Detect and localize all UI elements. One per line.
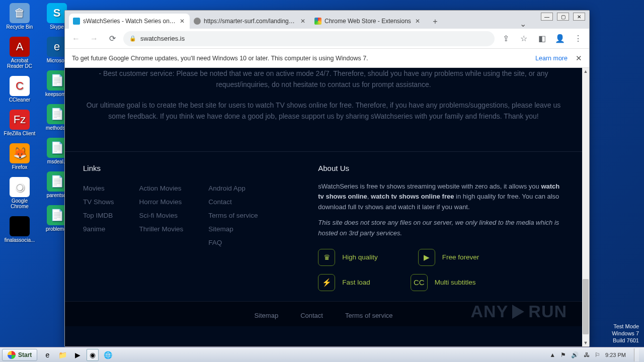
maximize-button[interactable]: ▢ (557, 13, 569, 21)
sidepanel-icon[interactable]: ◧ (535, 32, 549, 46)
feature-text: - Best customer service: Please be noted… (83, 68, 564, 90)
menu-icon[interactable]: ⋮ (571, 32, 585, 46)
forward-button[interactable]: → (87, 32, 101, 46)
sitemap-link[interactable]: Sitemap (254, 312, 278, 319)
mission-text: Our ultimate goal is to create the best … (83, 100, 564, 122)
action-icon[interactable]: ⚐ (595, 351, 600, 358)
address-bar[interactable]: 🔒 swatchseries.is (123, 31, 495, 46)
footer-link[interactable]: Android App (208, 182, 258, 195)
about-text: sWatchSeries is free tv shows streaming … (318, 182, 564, 213)
minimize-button[interactable]: — (541, 13, 553, 21)
update-infobar: To get future Google Chrome updates, you… (65, 49, 589, 68)
bookmark-icon[interactable]: ☆ (517, 32, 531, 46)
window-controls: — ▢ ✕ (541, 13, 585, 21)
tab-webstore[interactable]: Chrome Web Store - Extensions ✕ (310, 14, 425, 29)
play-triangle-icon (512, 305, 524, 319)
link-col-2: Action Movies Horror Movies Sci-fi Movie… (139, 182, 184, 249)
flag-icon[interactable]: ⚑ (560, 351, 566, 358)
edge-taskbar-icon[interactable]: 🌐 (102, 349, 114, 361)
about-heading: About Us (318, 164, 564, 172)
tab-swatchseries[interactable]: sWatchSeries - Watch Series online ✕ (69, 14, 190, 29)
badge-multi-subtitles: CCMulti subtitles (411, 274, 476, 291)
show-desktop-button[interactable] (634, 348, 639, 361)
chrome-window: — ▢ ✕ sWatchSeries - Watch Series online… (64, 10, 590, 347)
footer-link[interactable]: Top IMDB (83, 209, 114, 222)
start-button[interactable]: Start (2, 349, 37, 361)
taskbar-pinned: e 📁 ▶ ◉ 🌐 (41, 349, 114, 361)
reload-button[interactable]: ⟳ (105, 32, 119, 46)
file-icon[interactable]: finalassocia... (2, 216, 37, 243)
vertical-scrollbar[interactable]: ▲ ▼ (582, 68, 589, 346)
footer-link[interactable]: Terms of service (208, 209, 258, 222)
network-icon[interactable]: 🖧 (584, 351, 590, 358)
ie-taskbar-icon[interactable]: e (41, 349, 53, 361)
footer-link[interactable]: Horror Movies (139, 195, 184, 209)
infobar-close-icon[interactable]: ✕ (576, 54, 582, 63)
link-col-1: Movies TV Shows Top IMDB 9anime (83, 182, 114, 249)
link-col-3: Android App Contact Terms of service Sit… (208, 182, 258, 249)
windows-watermark: Test Mode Windows 7 Build 7601 (612, 323, 639, 344)
browser-toolbar: ← → ⟳ 🔒 swatchseries.is ⇪ ☆ ◧ 👤 ⋮ (65, 29, 589, 49)
footer-link[interactable]: 9anime (83, 222, 114, 236)
tab-close-icon[interactable]: ✕ (414, 18, 421, 25)
filezilla-icon[interactable]: FzFileZilla Client (2, 110, 37, 136)
footer-link[interactable]: FAQ (208, 236, 258, 249)
footer-link[interactable]: Sci-fi Movies (139, 209, 184, 222)
favicon-icon (73, 18, 80, 25)
explorer-taskbar-icon[interactable]: 📁 (56, 349, 68, 361)
scroll-up-arrow[interactable]: ▲ (582, 68, 589, 75)
windows-orb-icon (8, 351, 16, 359)
globe-icon (194, 18, 201, 25)
play-icon: ▶ (418, 249, 435, 266)
scroll-thumb[interactable] (583, 279, 589, 334)
badge-fast-load: ⚡Fast load (318, 274, 370, 291)
firefox-icon[interactable]: 🦊Firefox (2, 143, 37, 170)
badge-high-quality: ♛High quality (318, 249, 378, 266)
tab-close-icon[interactable]: ✕ (179, 18, 186, 25)
tos-link[interactable]: Terms of service (345, 312, 393, 319)
desktop-icons-col1: 🗑Recycle Bin AAcrobat Reader DC CCCleane… (2, 3, 37, 243)
badge-free-forever: ▶Free forever (418, 249, 479, 266)
footer-link[interactable]: Movies (83, 182, 114, 195)
tab-close-icon[interactable]: ✕ (299, 18, 306, 25)
bolt-icon: ⚡ (318, 274, 335, 291)
recycle-bin-icon[interactable]: 🗑Recycle Bin (2, 3, 37, 30)
links-heading: Links (83, 164, 288, 172)
anyrun-watermark: ANYRUN (471, 302, 567, 321)
back-button[interactable]: ← (69, 32, 83, 46)
tab-smarter-surf[interactable]: https://smarter-surf.com/landing/?e ✕ (190, 14, 310, 29)
acrobat-icon[interactable]: AAcrobat Reader DC (2, 37, 37, 69)
desktop: 🗑Recycle Bin AAcrobat Reader DC CCCleane… (0, 0, 644, 362)
tray-up-icon[interactable]: ▲ (549, 351, 555, 358)
chrome-favicon-icon (314, 18, 321, 25)
new-tab-button[interactable]: + (428, 15, 442, 29)
ccleaner-icon[interactable]: CCCleaner (2, 76, 37, 103)
url-text: swatchseries.is (140, 35, 185, 42)
profile-icon[interactable]: 👤 (553, 32, 567, 46)
contact-link[interactable]: Contact (300, 312, 323, 319)
footer-link[interactable]: TV Shows (83, 195, 114, 209)
footer-link[interactable]: Thriller Movies (139, 222, 184, 236)
tab-dropdown[interactable]: ⌄ (517, 19, 529, 29)
cc-icon: CC (411, 274, 428, 291)
footer-link[interactable]: Action Movies (139, 182, 184, 195)
footer-link[interactable]: Sitemap (208, 222, 258, 236)
learn-more-link[interactable]: Learn more (535, 55, 568, 62)
scroll-down-arrow[interactable]: ▼ (582, 339, 589, 346)
media-taskbar-icon[interactable]: ▶ (71, 349, 84, 361)
page-footer: Links Movies TV Shows Top IMDB 9anime Ac… (65, 151, 582, 301)
volume-icon[interactable]: 🔊 (571, 351, 579, 358)
disclaimer-text: This site does not store any files on ou… (318, 218, 564, 239)
page-viewport: - Best customer service: Please be noted… (65, 68, 589, 346)
chrome-taskbar-icon[interactable]: ◉ (87, 349, 99, 361)
share-icon[interactable]: ⇪ (499, 32, 513, 46)
infobar-message: To get future Google Chrome updates, you… (72, 55, 368, 62)
clock[interactable]: 9:23 PM (605, 352, 626, 358)
crown-icon: ♛ (318, 249, 335, 266)
close-button[interactable]: ✕ (573, 13, 585, 21)
feature-badges: ♛High quality ▶Free forever ⚡Fast load C… (318, 249, 564, 291)
footer-link[interactable]: Contact (208, 195, 258, 209)
tab-bar: sWatchSeries - Watch Series online ✕ htt… (65, 11, 589, 29)
chrome-icon[interactable]: ◉Google Chrome (2, 177, 37, 209)
taskbar: Start e 📁 ▶ ◉ 🌐 ▲ ⚑ 🔊 🖧 ⚐ 9:23 PM (0, 347, 644, 362)
